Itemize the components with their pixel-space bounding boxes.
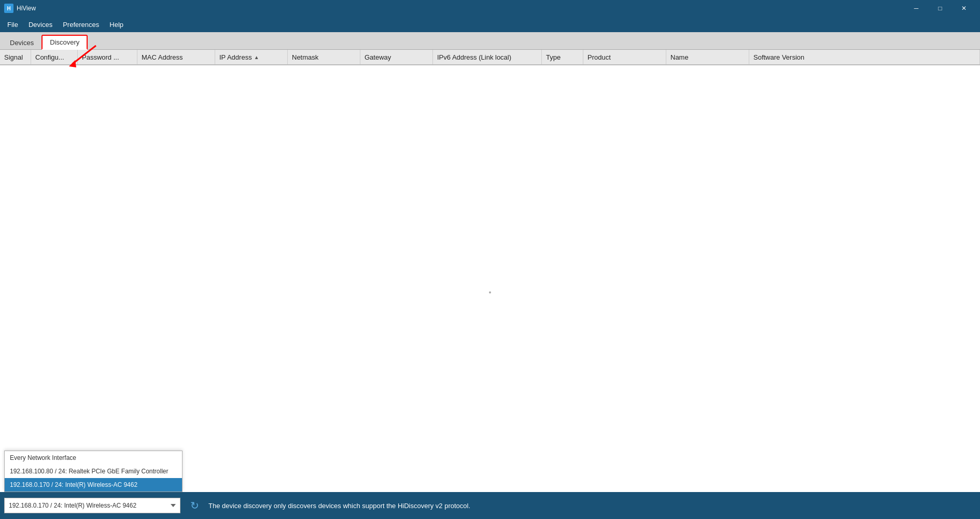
col-ip[interactable]: IP Address ▲ (215, 50, 288, 64)
network-interface-select[interactable]: 192.168.0.170 / 24: Intel(R) Wireless-AC… (4, 498, 180, 513)
tab-discovery[interactable]: Discovery (41, 35, 88, 50)
network-interface-dropdown-popup: Every Network Interface 192.168.100.80 /… (4, 451, 183, 492)
tab-devices[interactable]: Devices (2, 36, 41, 49)
sort-arrow-ip: ▲ (254, 54, 259, 60)
title-bar: H HiView ─ □ ✕ (0, 0, 980, 17)
menu-devices[interactable]: Devices (23, 19, 58, 31)
app-icon: H (4, 4, 13, 13)
window-controls: ─ □ ✕ (904, 0, 976, 17)
minimize-button[interactable]: ─ (904, 0, 928, 17)
main-content: Signal Configu... Password ... MAC Addre… (0, 50, 980, 519)
col-type[interactable]: Type (542, 50, 583, 64)
col-signal[interactable]: Signal (0, 50, 31, 64)
col-software-version[interactable]: Software Version (749, 50, 980, 64)
network-interface-container: 192.168.0.170 / 24: Intel(R) Wireless-AC… (4, 498, 180, 513)
status-message: The device discovery only discovers devi… (208, 502, 976, 510)
col-configure[interactable]: Configu... (31, 50, 78, 64)
refresh-button[interactable]: ↻ (186, 497, 203, 514)
dropdown-item-realtek[interactable]: 192.168.100.80 / 24: Realtek PCIe GbE Fa… (5, 465, 182, 478)
title-bar-left: H HiView (4, 4, 36, 13)
col-mac[interactable]: MAC Address (137, 50, 215, 64)
col-netmask[interactable]: Netmask (288, 50, 360, 64)
toolbar: Devices Discovery (0, 32, 980, 50)
menu-help[interactable]: Help (104, 19, 129, 31)
center-dot (489, 291, 491, 293)
menu-bar: File Devices Preferences Help (0, 17, 980, 32)
close-button[interactable]: ✕ (952, 0, 976, 17)
menu-file[interactable]: File (2, 19, 23, 31)
col-name[interactable]: Name (666, 50, 749, 64)
app-window: H HiView ─ □ ✕ File Devices Preferences … (0, 0, 980, 519)
dropdown-item-intel[interactable]: 192.168.0.170 / 24: Intel(R) Wireless-AC… (5, 478, 182, 492)
refresh-icon: ↻ (190, 499, 199, 512)
col-product[interactable]: Product (583, 50, 666, 64)
column-header: Signal Configu... Password ... MAC Addre… (0, 50, 980, 65)
col-ipv6[interactable]: IPv6 Address (Link local) (433, 50, 542, 64)
col-gateway[interactable]: Gateway (360, 50, 433, 64)
maximize-button[interactable]: □ (928, 0, 952, 17)
dropdown-item-every[interactable]: Every Network Interface (5, 451, 182, 465)
status-bar: 192.168.0.170 / 24: Intel(R) Wireless-AC… (0, 492, 980, 519)
menu-preferences[interactable]: Preferences (58, 19, 104, 31)
title-text: HiView (17, 5, 36, 12)
col-password[interactable]: Password ... (78, 50, 137, 64)
